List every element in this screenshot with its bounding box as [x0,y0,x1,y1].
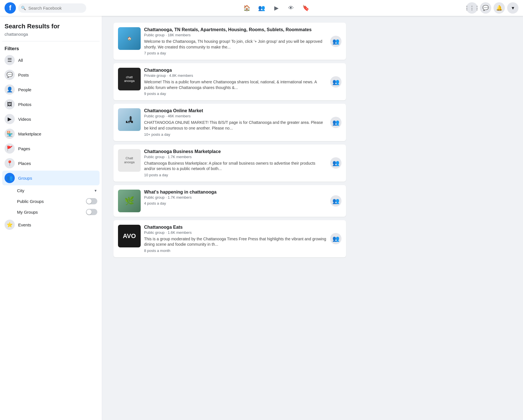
group-activity-6: 8 posts a month [144,249,327,253]
filter-events[interactable]: ⭐ Events [2,217,100,232]
topnav-center: 🏠 👥 ▶ 👁 🔖 [240,1,313,15]
group-desc-3: CHATTANOOGA ONLINE MARKET! This B/S/T pa… [144,120,327,131]
filter-marketplace-label: Marketplace [18,131,41,136]
group-card-4: Chattanooga Chattanooga Business Marketp… [113,145,346,182]
account-menu-button[interactable]: ▾ [507,2,518,14]
group-info-4: Chattanooga Business Marketplace Public … [144,149,327,177]
group-activity-2: 9 posts a day [144,92,327,96]
group-meta-3: Public group · 46K members [144,114,327,118]
group-desc-2: Welcome! This is a public forum where Ch… [144,79,327,90]
group-meta-6: Public group · 1.6K members [144,230,327,235]
group-activity-1: 7 posts a day [144,51,327,55]
filter-pages-label: Pages [18,146,30,151]
sidebar: Search Results for chattanooga Filters ☰… [0,16,102,420]
group-meta-1: Public group · 18K members [144,33,327,37]
all-icon: ☰ [5,55,15,65]
group-card-3: 🏞 Chattanooga Online Market Public group… [113,104,346,141]
marketplace-icon: 🏪 [5,129,15,139]
my-groups-label: My Groups [17,210,38,215]
group-desc-4: Chattanooga Business Marketplace: A plac… [144,161,327,172]
public-groups-toggle[interactable] [86,198,97,204]
search-query: chattanooga [2,31,100,39]
group-name-3[interactable]: Chattanooga Online Market [144,108,327,113]
join-button-5[interactable]: 👥 [330,195,341,207]
group-activity-5: 4 posts a day [144,201,327,205]
my-groups-toggle[interactable] [86,209,97,215]
search-icon: 🔍 [21,6,26,10]
notifications-button[interactable]: 🔔 [494,2,505,14]
filter-posts[interactable]: 💬 Posts [2,67,100,82]
group-name-5[interactable]: What's happening in chattanooga [144,190,327,195]
videos-icon: ▶ [5,114,15,124]
page-layout: Search Results for chattanooga Filters ☰… [0,16,523,420]
city-filter[interactable]: City ▼ [2,185,100,196]
filter-events-label: Events [18,222,31,227]
filters-title: Filters [2,44,100,53]
topnav-right: ⋮⋮⋮ 💬 🔔 ▾ [466,2,518,14]
video-nav-button[interactable]: ▶ [269,1,283,15]
group-name-6[interactable]: Chattanooga Eats [144,225,327,230]
public-groups-row: Public Groups [2,196,100,207]
sidebar-divider-1 [2,41,100,41]
filter-videos-label: Videos [18,117,31,122]
group-avatar-6: AVO [118,225,141,247]
groups-nav-button[interactable]: 👁 [284,1,298,15]
join-button-4[interactable]: 👥 [330,157,341,169]
filter-photos[interactable]: 🖼 Photos [2,97,100,112]
filter-all[interactable]: ☰ All [2,53,100,67]
public-groups-label: Public Groups [17,199,44,204]
main-content: 🏠 Chattanooga, TN Rentals, Apartments, H… [102,16,357,420]
group-info-6: Chattanooga Eats Public group · 1.6K mem… [144,225,327,253]
my-groups-toggle-knob [87,209,92,215]
filter-people[interactable]: 👤 People [2,82,100,97]
pages-icon: 🚩 [5,143,15,154]
join-button-6[interactable]: 👥 [330,233,341,244]
group-activity-3: 10+ posts a day [144,132,327,137]
filter-people-label: People [18,87,31,92]
group-info-1: Chattanooga, TN Rentals, Apartments, Hou… [144,27,327,55]
photos-icon: 🖼 [5,99,15,109]
group-name-2[interactable]: Chattanooga [144,68,327,73]
group-meta-4: Public group · 1.7K members [144,155,327,159]
public-groups-toggle-knob [87,199,92,204]
groups-icon: 👥 [5,173,15,183]
people-icon: 👤 [5,84,15,95]
grid-button[interactable]: ⋮⋮⋮ [466,2,478,14]
group-meta-5: Public group · 1.7K members [144,195,327,200]
places-icon: 📍 [5,158,15,168]
bookmark-nav-button[interactable]: 🔖 [299,1,313,15]
filter-places[interactable]: 📍 Places [2,156,100,171]
group-name-4[interactable]: Chattanooga Business Marketplace [144,149,327,154]
filter-pages[interactable]: 🚩 Pages [2,141,100,156]
filter-videos[interactable]: ▶ Videos [2,112,100,126]
filter-posts-label: Posts [18,73,29,77]
group-name-1[interactable]: Chattanooga, TN Rentals, Apartments, Hou… [144,27,327,32]
filter-groups[interactable]: 👥 Groups [2,171,100,185]
group-avatar-4: Chattanooga [118,149,141,172]
search-wrap: 🔍 [18,3,86,13]
group-activity-4: 10 posts a day [144,173,327,177]
facebook-logo[interactable]: f [5,2,16,14]
group-info-5: What's happening in chattanooga Public g… [144,190,327,205]
filter-all-label: All [18,58,23,63]
group-info-2: Chattanooga Private group · 4.8K members… [144,68,327,96]
join-button-2[interactable]: 👥 [330,76,341,88]
group-card-1: 🏠 Chattanooga, TN Rentals, Apartments, H… [113,23,346,60]
filter-marketplace[interactable]: 🏪 Marketplace [2,126,100,141]
page-title: Search Results for [2,20,100,31]
group-card-5: 🌿 What's happening in chattanooga Public… [113,185,346,217]
join-button-1[interactable]: 👥 [330,36,341,47]
join-button-3[interactable]: 👥 [330,117,341,128]
group-desc-1: Welcome to the Chattanooga, TN housing g… [144,39,327,50]
city-chevron-icon: ▼ [94,189,97,193]
filter-places-label: Places [18,161,31,166]
group-info-3: Chattanooga Online Market Public group ·… [144,108,327,136]
topnav-left: f 🔍 [5,2,86,14]
group-card-2: chattanooga Chattanooga Private group · … [113,63,346,100]
filter-groups-label: Groups [18,176,32,181]
group-card-6: AVO Chattanooga Eats Public group · 1.6K… [113,220,346,257]
search-input[interactable] [18,3,86,13]
home-nav-button[interactable]: 🏠 [240,1,254,15]
messenger-button[interactable]: 💬 [480,2,491,14]
friends-nav-button[interactable]: 👥 [255,1,268,15]
